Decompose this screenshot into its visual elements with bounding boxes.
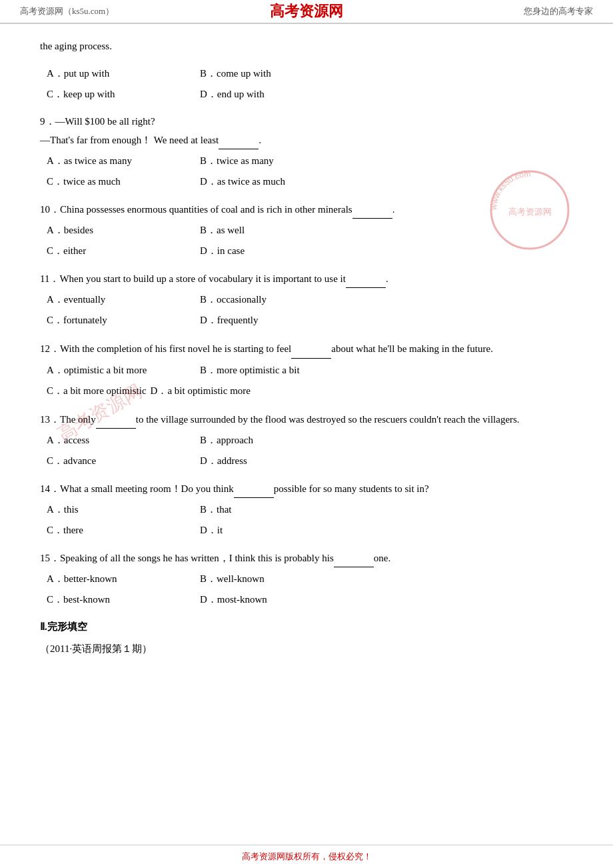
blank xyxy=(352,200,392,219)
q10-options-row1: A．besides B．as well xyxy=(40,221,573,239)
q12-option-a: A．optimistic a bit more xyxy=(47,361,180,379)
q12-option-c: C．a bit more optimisticD．a bit optimisti… xyxy=(47,382,251,400)
q13-options-row2: C．advance D．address xyxy=(40,452,573,470)
q11-text: 11．When you start to build up a store of… xyxy=(40,269,573,288)
options-row: A．put up with B．come up with xyxy=(40,65,573,83)
q11-option-c: C．fortunately xyxy=(47,311,180,329)
section2-block: Ⅱ.完形填空 （2011·英语周报第１期） xyxy=(40,618,573,658)
q15-options-row1: A．better-known B．well-known xyxy=(40,570,573,588)
q12-options-row1: A．optimistic a bit more B．more optimisti… xyxy=(40,361,573,379)
main-content: the aging process. A．put up with B．come … xyxy=(0,24,613,707)
q10-option-d: D．in case xyxy=(200,242,333,260)
header-right-text: 您身边的高考专家 xyxy=(524,5,593,17)
q12-option-b: B．more optimistic a bit xyxy=(200,361,333,379)
q14-option-d: D．it xyxy=(200,521,333,539)
section2-title: Ⅱ.完形填空 xyxy=(40,618,573,636)
q13-option-a: A．access xyxy=(47,431,180,449)
option-d: D．end up with xyxy=(200,85,333,103)
q15-options-row2: C．best-known D．most-known xyxy=(40,591,573,609)
q12-text: 12．With the completion of his first nove… xyxy=(40,339,573,359)
q14-option-a: A．this xyxy=(47,501,180,519)
q10-option-b: B．as well xyxy=(200,221,333,239)
q9-option-d: D．as twice as much xyxy=(200,173,333,191)
q12-options-row2: C．a bit more optimisticD．a bit optimisti… xyxy=(40,382,573,400)
question-9: 9．—Will $100 be all right? —That's far f… xyxy=(40,113,573,191)
q9-options-row1: A．as twice as many B．twice as many xyxy=(40,152,573,170)
question-14: 14．What a small meeting room！Do you thin… xyxy=(40,479,573,539)
question-15: 15．Speaking of all the songs he has writ… xyxy=(40,549,573,609)
section2-subtitle: （2011·英语周报第１期） xyxy=(40,640,573,658)
blank xyxy=(234,479,274,498)
q10-option-a: A．besides xyxy=(47,221,180,239)
option-b: B．come up with xyxy=(200,65,333,83)
blank xyxy=(96,409,136,429)
intro-line: the aging process. xyxy=(40,37,573,55)
q9-option-a: A．as twice as many xyxy=(47,152,180,170)
q15-option-d: D．most-known xyxy=(200,591,333,609)
q11-options-row2: C．fortunately D．frequently xyxy=(40,311,573,329)
q14-options-row2: C．there D．it xyxy=(40,521,573,539)
q15-option-b: B．well-known xyxy=(200,570,333,588)
q11-option-a: A．eventually xyxy=(47,291,180,309)
q14-option-b: B．that xyxy=(200,501,333,519)
header-left-text: 高考资源网（ks5u.com） xyxy=(20,5,114,17)
q10-options-row2: C．either D．in case xyxy=(40,242,573,260)
q13-text: 13．The only to the village surrounded by… xyxy=(40,409,573,429)
blank xyxy=(346,269,386,288)
q15-option-c: C．best-known xyxy=(47,591,180,609)
blank xyxy=(291,339,331,359)
q11-option-b: B．occasionally xyxy=(200,291,333,309)
q14-option-c: C．there xyxy=(47,521,180,539)
question-10: 10．China possesses enormous quantities o… xyxy=(40,200,573,260)
q10-text: 10．China possesses enormous quantities o… xyxy=(40,200,573,219)
option-a: A．put up with xyxy=(47,65,180,83)
options-row-2: C．keep up with D．end up with xyxy=(40,85,573,103)
q13-option-b: B．approach xyxy=(200,431,333,449)
blank xyxy=(219,131,259,149)
header-center-logo: 高考资源网 xyxy=(270,1,343,21)
intro-text: the aging process. xyxy=(40,41,112,51)
footer-text: 高考资源网版权所有，侵权必究！ xyxy=(242,851,372,861)
q9-text1: 9．—Will $100 be all right? xyxy=(40,113,573,131)
q9-options-row2: C．twice as much D．as twice as much xyxy=(40,173,573,191)
page-header: 高考资源网（ks5u.com） 高考资源网 您身边的高考专家 xyxy=(0,0,613,24)
question-13: 13．The only to the village surrounded by… xyxy=(40,409,573,471)
option-c: C．keep up with xyxy=(47,85,180,103)
question-8-options: A．put up with B．come up with C．keep up w… xyxy=(40,65,573,103)
q11-options-row1: A．eventually B．occasionally xyxy=(40,291,573,309)
q14-options-row1: A．this B．that xyxy=(40,501,573,519)
q9-text2: —That's far from enough！ We need at leas… xyxy=(40,131,573,149)
q14-text: 14．What a small meeting room！Do you thin… xyxy=(40,479,573,498)
q11-option-d: D．frequently xyxy=(200,311,333,329)
page-footer: 高考资源网版权所有，侵权必究！ xyxy=(0,845,613,868)
q9-option-c: C．twice as much xyxy=(47,173,180,191)
question-11: 11．When you start to build up a store of… xyxy=(40,269,573,329)
q13-option-c: C．advance xyxy=(47,452,180,470)
q13-option-d: D．address xyxy=(200,452,333,470)
q15-text: 15．Speaking of all the songs he has writ… xyxy=(40,549,573,567)
q10-option-c: C．either xyxy=(47,242,180,260)
question-12: 12．With the completion of his first nove… xyxy=(40,339,573,400)
q13-options-row1: A．access B．approach xyxy=(40,431,573,449)
q9-option-b: B．twice as many xyxy=(200,152,333,170)
blank xyxy=(334,549,374,567)
q15-option-a: A．better-known xyxy=(47,570,180,588)
